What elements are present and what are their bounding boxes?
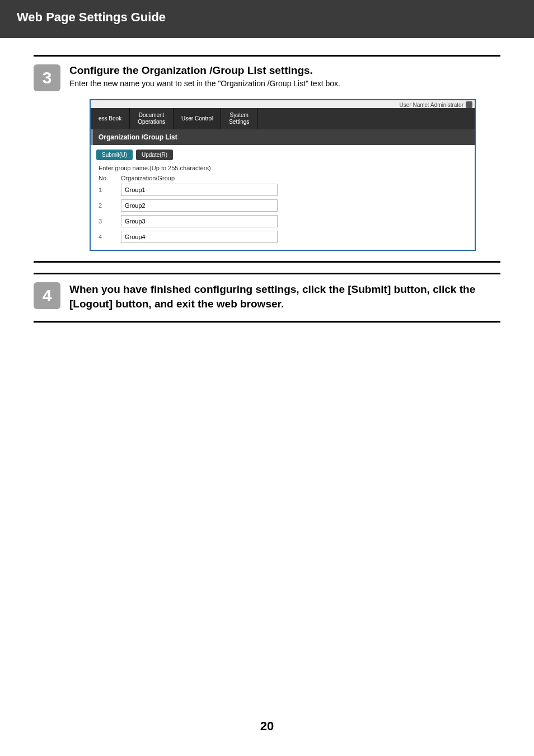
doc-title: Web Page Settings Guide — [17, 10, 166, 24]
row-no: 4 — [99, 234, 121, 240]
row-no: 2 — [99, 202, 121, 209]
tab-system-settings[interactable]: System Settings — [221, 108, 257, 129]
table-row: 4 — [99, 231, 467, 243]
group-input-1[interactable] — [121, 184, 278, 196]
submit-button[interactable]: Submit(U) — [96, 150, 133, 160]
update-button[interactable]: Update(R) — [136, 150, 173, 160]
step-4-badge: 4 — [34, 282, 60, 309]
group-input-3[interactable] — [121, 215, 278, 227]
group-input-4[interactable] — [121, 231, 278, 243]
col-header-org: Organization/Group — [121, 175, 467, 181]
group-input-2[interactable] — [121, 199, 278, 212]
content-area: 3 Configure the Organization /Group List… — [0, 38, 534, 323]
ss-table: No. Organization/Group 1 2 3 — [91, 175, 475, 250]
tab-user-control[interactable]: User Control — [174, 108, 221, 129]
step-3-block: 3 Configure the Organization /Group List… — [34, 55, 500, 263]
table-row: 3 — [99, 215, 467, 227]
step-3-title: Configure the Organization /Group List s… — [69, 64, 500, 77]
ss-userbar: User Name: Administrator — [91, 100, 475, 108]
step-4-block: 4 When you have finished configuring set… — [34, 273, 500, 323]
step-4-title: When you have finished configuring setti… — [69, 282, 500, 311]
logout-icon[interactable] — [466, 101, 472, 108]
table-row: 2 — [99, 199, 467, 212]
table-row: 1 — [99, 184, 467, 196]
ss-section-title: Organization /Group List — [91, 129, 475, 145]
ss-tabs: ess Book Document Operations User Contro… — [91, 108, 475, 129]
ss-username-label: User Name: Administrator — [400, 102, 463, 108]
doc-header: Web Page Settings Guide — [0, 0, 534, 38]
row-no: 3 — [99, 218, 121, 225]
embedded-screenshot: User Name: Administrator ess Book Docume… — [90, 99, 476, 251]
step-3-desc: Enter the new name you want to set in th… — [69, 79, 500, 88]
tab-document-operations[interactable]: Document Operations — [130, 108, 174, 129]
row-no: 1 — [99, 186, 121, 193]
ss-hint: Enter group name.(Up to 255 characters) — [91, 165, 475, 175]
tab-ess-book[interactable]: ess Book — [91, 108, 130, 129]
col-header-no: No. — [99, 175, 121, 181]
step-3-badge: 3 — [34, 64, 60, 91]
page-number: 20 — [0, 719, 534, 734]
